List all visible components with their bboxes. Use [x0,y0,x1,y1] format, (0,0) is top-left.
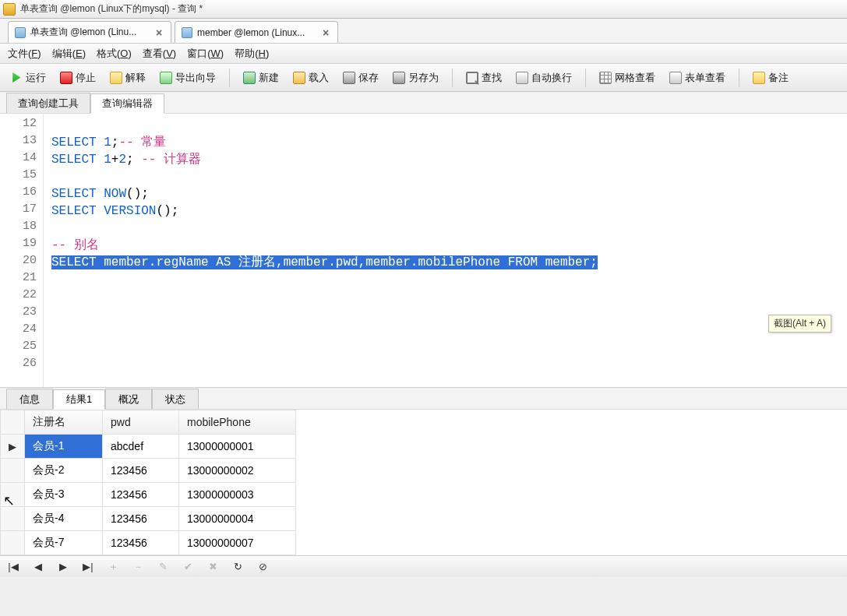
cell[interactable]: 会员-3 [25,483,103,507]
menu-h[interactable]: 帮助(H) [235,47,269,61]
nav-edit[interactable]: ✎ [157,561,168,572]
nav-first[interactable]: |◀ [8,561,19,572]
cell[interactable]: 会员-7 [25,531,103,555]
line-number: 22 [0,288,43,305]
note-icon [753,72,765,84]
code-line[interactable] [51,271,842,288]
code-line[interactable] [51,117,842,134]
tab-info[interactable]: 信息 [6,389,53,409]
screenshot-tooltip: 截图(Alt + A) [768,315,831,333]
cell[interactable]: 13000000007 [179,531,296,555]
table-row[interactable]: 会员-412345613000000004 [1,507,296,531]
close-icon[interactable]: × [320,27,331,38]
table-row[interactable]: 会员-712345613000000007 [1,531,296,555]
run-button[interactable]: 运行 [5,68,51,88]
code-line[interactable] [51,340,842,357]
tab-profile[interactable]: 概况 [105,389,152,409]
cell[interactable]: abcdef [103,435,179,459]
code-line[interactable] [51,288,842,305]
nav-next[interactable]: ▶ [58,561,69,572]
nav-cancel[interactable]: ✖ [207,561,218,572]
cell[interactable]: 123456 [103,459,179,483]
cell[interactable]: 会员-1 [25,435,103,459]
nav-add[interactable]: ＋ [108,561,118,572]
title-bar: 单表查询 @lemon (Linux下的mysql) - 查询 * [0,0,847,19]
menu-w[interactable]: 窗口(W) [187,47,224,61]
tab-query-builder[interactable]: 查询创建工具 [6,93,90,113]
query-doc-icon [15,27,26,38]
nav-stop[interactable]: ⊘ [257,561,268,572]
tab-query-editor[interactable]: 查询编辑器 [90,93,164,114]
tab-result1[interactable]: 结果1 [53,389,105,410]
menu-o[interactable]: 格式(O) [97,47,132,61]
nav-refresh[interactable]: ↻ [232,561,243,572]
cell[interactable]: 123456 [103,507,179,531]
doctab-0[interactable]: 单表查询 @lemon (Linu... × [8,21,171,43]
menu-v[interactable]: 查看(V) [143,47,176,61]
code-line[interactable]: SELECT member.regName AS 注册名,member.pwd,… [51,254,842,271]
grid-view-button[interactable]: 网格查看 [594,68,661,88]
menu-f[interactable]: 文件(F) [8,47,41,61]
separator [585,69,586,87]
code-line[interactable]: SELECT 1+2; -- 计算器 [51,151,842,168]
row-marker [1,531,25,555]
explain-button[interactable]: 解释 [104,68,151,88]
line-number: 24 [0,322,43,340]
table-row[interactable]: ▶会员-1abcdef13000000001 [1,435,296,459]
stop-button[interactable]: 停止 [55,68,101,88]
column-header[interactable]: 注册名 [25,410,103,435]
cell[interactable]: 会员-2 [25,459,103,483]
line-number: 20 [0,254,43,271]
result-navigator: |◀ ◀ ▶ ▶| ＋ － ✎ ✔ ✖ ↻ ⊘ [0,555,847,577]
wrap-icon [516,72,528,84]
explain-icon [110,72,122,84]
code-line[interactable]: SELECT 1;-- 常量 [51,134,842,151]
separator [229,69,230,87]
nav-last[interactable]: ▶| [83,561,94,572]
code-line[interactable]: SELECT NOW(); [51,185,842,202]
code-line[interactable] [51,322,842,340]
cell[interactable]: 13000000003 [179,483,296,507]
load-button[interactable]: 载入 [288,68,334,88]
table-row[interactable]: 会员-212345613000000002 [1,459,296,483]
cell[interactable]: 13000000004 [179,507,296,531]
column-header[interactable]: mobilePhone [179,410,296,435]
nav-accept[interactable]: ✔ [182,561,193,572]
wordwrap-button[interactable]: 自动换行 [510,68,577,88]
tab-status[interactable]: 状态 [152,389,199,409]
code-line[interactable] [51,220,842,237]
cell[interactable]: 13000000002 [179,459,296,483]
line-number: 23 [0,305,43,322]
doctab-1[interactable]: member @lemon (Linux... × [175,21,338,43]
result-grid[interactable]: 注册名pwdmobilePhone▶会员-1abcdef13000000001会… [0,410,847,555]
code-line[interactable] [51,305,842,322]
code-line[interactable] [51,168,842,185]
code-area[interactable]: SELECT 1;-- 常量SELECT 1+2; -- 计算器 SELECT … [44,114,847,387]
floppy-arrow-icon [393,72,405,84]
nav-prev[interactable]: ◀ [33,561,44,572]
saveas-button[interactable]: 另存为 [387,68,444,88]
sql-editor[interactable]: 121314151617181920212223242526 SELECT 1;… [0,114,847,388]
line-number: 25 [0,340,43,357]
cell[interactable]: 会员-4 [25,507,103,531]
column-header[interactable]: pwd [103,410,179,435]
close-icon[interactable]: × [154,27,164,38]
code-line[interactable] [51,357,842,374]
code-line[interactable]: SELECT VERSION(); [51,202,842,220]
save-button[interactable]: 保存 [337,68,384,88]
menu-e[interactable]: 编辑(E) [52,47,86,61]
separator [452,69,453,87]
cell[interactable]: 123456 [103,483,179,507]
new-button[interactable]: 新建 [238,68,284,88]
line-number: 26 [0,357,43,374]
note-button[interactable]: 备注 [747,68,794,88]
menu-bar: 文件(F)编辑(E)格式(O)查看(V)窗口(W)帮助(H) [0,44,847,64]
form-view-button[interactable]: 表单查看 [664,68,731,88]
code-line[interactable]: -- 别名 [51,237,842,254]
table-row[interactable]: 会员-312345613000000003 [1,483,296,507]
find-button[interactable]: 查找 [461,68,507,88]
cell[interactable]: 123456 [103,531,179,555]
cell[interactable]: 13000000001 [179,435,296,459]
export-wizard-button[interactable]: 导出向导 [154,68,221,88]
nav-delete[interactable]: － [132,561,143,572]
